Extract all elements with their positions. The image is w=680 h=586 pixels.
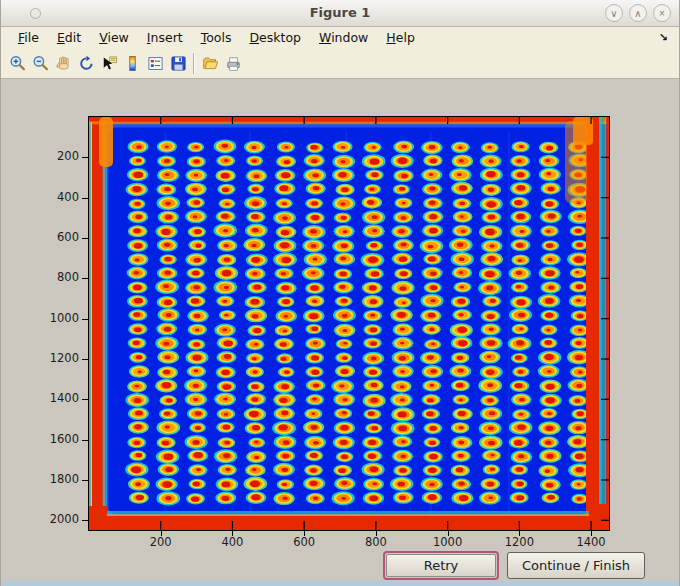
menu-tools[interactable]: Tools	[192, 28, 241, 48]
x-tick-mark	[376, 531, 377, 536]
retry-button[interactable]: Retry	[386, 554, 496, 577]
y-tick-label: 2000	[39, 512, 79, 526]
menu-help[interactable]: Help	[377, 28, 424, 48]
y-tick-label: 1200	[39, 351, 79, 365]
pan-icon	[55, 55, 72, 72]
y-tick-label: 1400	[39, 391, 79, 405]
menu-window[interactable]: Window	[310, 28, 377, 48]
y-tick-label: 1600	[39, 432, 79, 446]
data-cursor-icon	[101, 55, 118, 72]
x-tick-label: 400	[210, 535, 254, 549]
close-button[interactable]: ×	[653, 4, 671, 22]
print-figure-icon	[225, 55, 242, 72]
zoom-in-button[interactable]	[6, 52, 29, 76]
plate-image	[89, 117, 609, 530]
pan-button[interactable]	[52, 52, 75, 76]
zoom-out-button[interactable]	[29, 52, 52, 76]
x-tick-mark	[448, 531, 449, 536]
x-tick-label: 1200	[497, 535, 541, 549]
title-bar: Figure 1 ∨ ∧ ×	[1, 0, 679, 27]
y-tick-label: 200	[39, 149, 79, 163]
menu-file[interactable]: File	[9, 28, 48, 48]
insert-legend-button[interactable]	[144, 52, 167, 76]
menu-view[interactable]: View	[90, 28, 138, 48]
insert-colorbar-icon	[124, 55, 141, 72]
rotate-3d-button[interactable]	[75, 52, 98, 76]
x-tick-label: 200	[139, 535, 183, 549]
zoom-out-icon	[32, 55, 49, 72]
y-tick-label: 800	[39, 270, 79, 284]
save-figure-button[interactable]	[167, 52, 190, 76]
y-tick-label: 1000	[39, 311, 79, 325]
axes	[88, 116, 610, 531]
y-tick-label: 1800	[39, 472, 79, 486]
toolbar-separator	[193, 53, 194, 74]
save-figure-icon	[170, 55, 187, 72]
rotate-3d-icon	[78, 55, 95, 72]
window-controls: ∨ ∧ ×	[605, 4, 671, 22]
y-tick-label: 600	[39, 230, 79, 244]
minimize-button[interactable]: ∨	[605, 4, 623, 22]
dock-figure-icon[interactable]: ↘	[659, 31, 668, 44]
zoom-in-icon	[9, 55, 26, 72]
data-cursor-button[interactable]	[98, 52, 121, 76]
print-figure-button[interactable]	[222, 52, 245, 76]
insert-legend-icon	[147, 55, 164, 72]
retry-button-focus-ring: Retry	[383, 551, 499, 580]
x-tick-label: 800	[354, 535, 398, 549]
menu-edit[interactable]: Edit	[48, 28, 90, 48]
x-tick-mark	[591, 531, 592, 536]
menu-bar: File Edit View Insert Tools Desktop Wind…	[1, 27, 679, 49]
window-title: Figure 1	[1, 5, 679, 20]
menu-desktop[interactable]: Desktop	[240, 28, 310, 48]
x-tick-label: 1000	[426, 535, 470, 549]
y-tick-label: 400	[39, 190, 79, 204]
continue-finish-button[interactable]: Continue / Finish	[507, 552, 645, 579]
window-bottom-border	[1, 581, 679, 586]
x-tick-mark	[304, 531, 305, 536]
x-tick-mark	[161, 531, 162, 536]
x-tick-mark	[232, 531, 233, 536]
x-tick-mark	[519, 531, 520, 536]
menu-insert[interactable]: Insert	[138, 28, 192, 48]
figure-toolbar	[1, 49, 679, 79]
x-tick-label: 600	[282, 535, 326, 549]
x-tick-label: 1400	[569, 535, 613, 549]
open-file-icon	[202, 55, 219, 72]
figure-window: Figure 1 ∨ ∧ × File Edit View Insert Too…	[0, 0, 680, 586]
maximize-button[interactable]: ∧	[629, 4, 647, 22]
insert-colorbar-button[interactable]	[121, 52, 144, 76]
open-file-button[interactable]	[199, 52, 222, 76]
